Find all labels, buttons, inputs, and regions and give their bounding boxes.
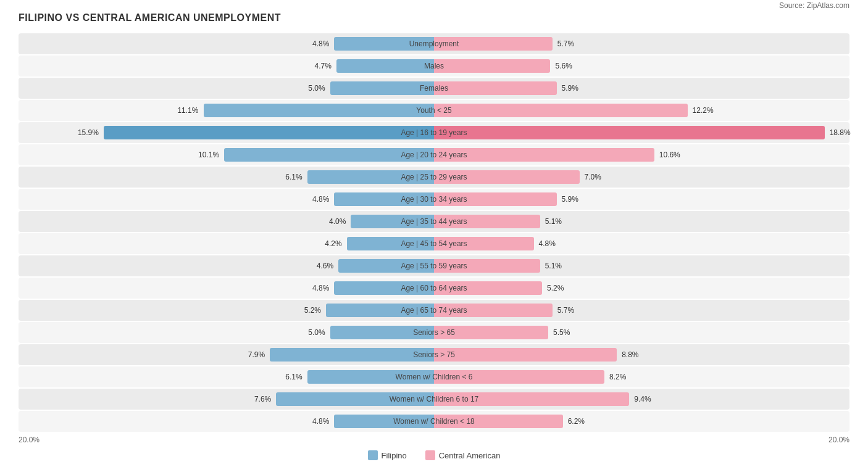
legend-ca-label: Central American — [439, 451, 501, 460]
bar-central-american — [434, 326, 548, 339]
val-filipino: 4.6% — [317, 262, 336, 270]
chart-row: Youth < 2511.1%12.2% — [19, 100, 849, 121]
chart-area: Unemployment4.8%5.7%Males4.7%5.6%Females… — [19, 33, 849, 432]
val-central-american: 5.1% — [543, 217, 562, 226]
legend-filipino: Filipino — [368, 450, 407, 460]
chart-row: Females5.0%5.9% — [19, 78, 849, 99]
bar-central-american — [434, 148, 654, 162]
bar-filipino — [334, 37, 434, 51]
val-filipino: 5.2% — [304, 306, 323, 315]
chart-row: Age | 55 to 59 years4.6%5.1% — [19, 255, 849, 276]
val-central-american: 8.2% — [607, 373, 626, 381]
val-central-american: 5.2% — [545, 284, 564, 292]
axis-row: 20.0% 20.0% — [19, 436, 849, 444]
bar-filipino — [330, 326, 434, 339]
val-central-american: 12.2% — [690, 106, 714, 115]
bar-central-american — [434, 81, 557, 95]
bar-filipino — [347, 237, 434, 250]
val-central-american: 5.1% — [543, 262, 562, 270]
val-central-american: 7.0% — [582, 173, 601, 181]
val-central-american: 5.7% — [555, 306, 574, 315]
chart-row: Unemployment4.8%5.7% — [19, 33, 849, 54]
bar-central-american — [434, 415, 563, 428]
val-filipino: 4.8% — [312, 284, 332, 292]
bar-central-american — [434, 192, 557, 206]
val-filipino: 4.7% — [314, 62, 333, 70]
bar-central-american — [434, 170, 580, 184]
chart-row: Age | 65 to 74 years5.2%5.7% — [19, 300, 849, 321]
val-central-american: 5.6% — [553, 62, 572, 70]
chart-row: Age | 35 to 44 years4.0%5.1% — [19, 211, 849, 232]
bar-filipino — [338, 259, 434, 273]
bar-filipino — [330, 81, 434, 95]
chart-row: Age | 25 to 29 years6.1%7.0% — [19, 167, 849, 188]
bar-central-american — [434, 348, 617, 362]
legend: Filipino Central American — [19, 450, 849, 460]
axis-right: 20.0% — [828, 436, 849, 444]
val-central-american: 5.7% — [555, 39, 574, 48]
bar-central-american — [434, 59, 550, 73]
bar-central-american — [434, 259, 540, 273]
bar-filipino — [276, 392, 434, 406]
val-filipino: 10.1% — [198, 151, 222, 159]
bar-central-american — [434, 104, 688, 117]
bar-filipino — [336, 59, 434, 73]
val-central-american: 6.2% — [565, 417, 585, 426]
val-central-american: 10.6% — [657, 151, 680, 159]
bar-filipino — [334, 281, 434, 295]
chart-row: Seniors > 757.9%8.8% — [19, 344, 849, 365]
bar-filipino — [224, 148, 434, 162]
chart-row: Age | 20 to 24 years10.1%10.6% — [19, 144, 849, 165]
bar-filipino — [307, 370, 434, 384]
val-filipino: 4.0% — [329, 217, 348, 226]
val-central-american: 18.8% — [827, 128, 851, 137]
val-filipino: 5.0% — [308, 328, 327, 337]
bar-filipino — [334, 415, 434, 428]
bar-central-american — [434, 126, 825, 139]
legend-central-american: Central American — [425, 450, 501, 460]
chart-source: Source: ZipAtlas.com — [779, 1, 849, 10]
bar-central-american — [434, 392, 629, 406]
bar-filipino — [351, 215, 434, 228]
chart-row: Males4.7%5.6% — [19, 56, 849, 76]
chart-title: FILIPINO VS CENTRAL AMERICAN UNEMPLOYMEN… — [19, 12, 281, 23]
val-filipino: 4.8% — [312, 195, 332, 204]
bar-filipino — [270, 348, 434, 362]
val-filipino: 6.1% — [285, 173, 304, 181]
chart-row: Age | 16 to 19 years15.9%18.8% — [19, 122, 849, 143]
val-central-american: 5.9% — [559, 195, 578, 204]
bar-central-american — [434, 281, 542, 295]
val-filipino: 4.8% — [312, 417, 332, 426]
chart-row: Women w/ Children < 66.1%8.2% — [19, 366, 849, 387]
chart-row: Age | 30 to 34 years4.8%5.9% — [19, 189, 849, 210]
val-filipino: 15.9% — [78, 128, 101, 137]
val-central-american: 5.9% — [559, 84, 578, 93]
bar-filipino — [307, 170, 434, 184]
bar-central-american — [434, 237, 534, 250]
chart-row: Women w/ Children 6 to 177.6%9.4% — [19, 389, 849, 410]
chart-container: FILIPINO VS CENTRAL AMERICAN UNEMPLOYMEN… — [0, 0, 868, 467]
bar-filipino — [104, 126, 434, 139]
bar-central-american — [434, 37, 553, 51]
val-central-american: 8.8% — [619, 350, 638, 359]
val-filipino: 6.1% — [285, 373, 304, 381]
bar-central-american — [434, 370, 604, 384]
bar-filipino — [204, 104, 435, 117]
bar-central-american — [434, 215, 540, 228]
chart-row: Age | 45 to 54 years4.2%4.8% — [19, 233, 849, 254]
val-central-american: 4.8% — [536, 239, 556, 248]
bar-filipino — [326, 304, 434, 317]
bar-filipino — [334, 192, 434, 206]
axis-left: 20.0% — [19, 436, 40, 444]
chart-row: Women w/ Children < 184.8%6.2% — [19, 411, 849, 432]
chart-row: Seniors > 655.0%5.5% — [19, 322, 849, 343]
val-filipino: 4.2% — [325, 239, 344, 248]
val-filipino: 7.9% — [248, 350, 267, 359]
val-filipino: 4.8% — [312, 39, 332, 48]
val-filipino: 5.0% — [308, 84, 327, 93]
bar-central-american — [434, 304, 553, 317]
legend-filipino-box — [368, 450, 378, 460]
val-filipino: 11.1% — [177, 106, 201, 115]
val-central-american: 5.5% — [551, 328, 570, 337]
legend-ca-box — [425, 450, 435, 460]
